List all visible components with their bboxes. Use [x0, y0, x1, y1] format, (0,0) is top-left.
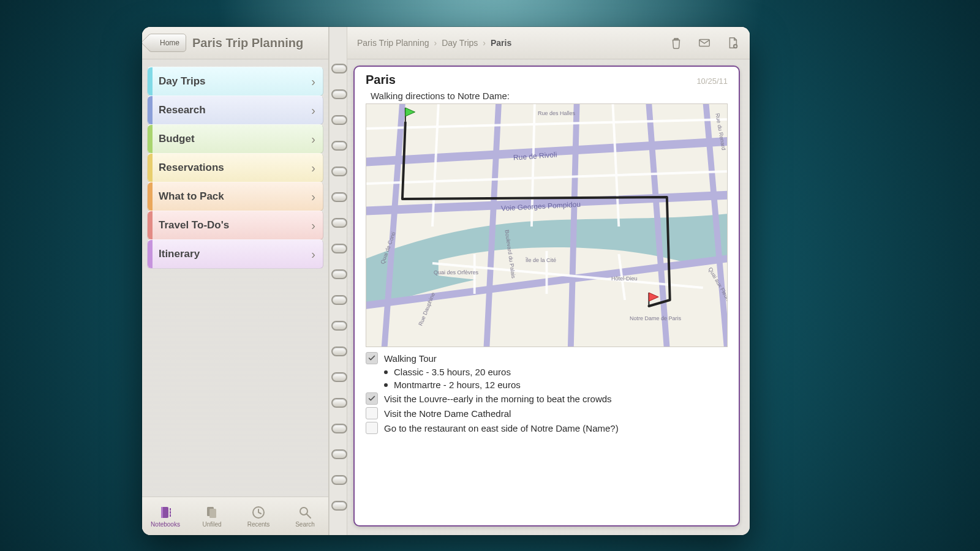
note-subheading: Walking directions to Notre Dame:	[371, 91, 728, 101]
todo-text: Visit the Louvre--early in the morning t…	[384, 394, 612, 404]
svg-rect-2	[170, 508, 171, 511]
section-item-what-to-pack[interactable]: What to Pack›	[147, 182, 323, 211]
note-title-row: Paris 10/25/11	[366, 73, 728, 87]
section-label: Budget	[159, 133, 195, 145]
binding-ring	[331, 269, 347, 279]
binding-ring	[331, 64, 347, 73]
tab-notebooks[interactable]: Notebooks	[147, 505, 184, 528]
trash-icon	[669, 36, 683, 50]
section-item-travel-to-do-s[interactable]: Travel To-Do's›	[147, 211, 323, 240]
sidebar-footer: Notebooks Unfiled Recents Search	[142, 497, 328, 535]
breadcrumb-root[interactable]: Paris Trip Planning	[357, 38, 429, 48]
chevron-right-icon: ›	[434, 38, 437, 48]
section-label: Travel To-Do's	[159, 219, 229, 231]
section-sidebar: Home Paris Trip Planning Day Trips›Resea…	[142, 27, 329, 535]
map-svg	[366, 104, 727, 347]
breadcrumb-page[interactable]: Paris	[491, 38, 511, 48]
checkbox[interactable]	[366, 422, 378, 434]
tab-label: Search	[295, 521, 315, 528]
note-panel: Paris Trip Planning › Day Trips › Paris …	[347, 27, 750, 535]
binding-ring	[331, 321, 347, 331]
tab-label: Notebooks	[151, 521, 180, 528]
binding-ring	[331, 501, 347, 511]
section-item-reservations[interactable]: Reservations›	[147, 153, 323, 182]
section-color-tab	[148, 125, 153, 153]
checkbox[interactable]	[366, 352, 378, 364]
map-label: Île de la Cité	[526, 257, 556, 263]
svg-rect-3	[170, 511, 171, 514]
binding-ring	[331, 347, 347, 356]
todo-item: Visit the Notre Dame Cathedral	[366, 407, 728, 419]
section-label: Research	[159, 104, 206, 116]
checkbox[interactable]	[366, 392, 378, 405]
search-icon	[298, 505, 312, 520]
map-label: Rue des Halles	[538, 110, 575, 116]
chevron-right-icon: ›	[311, 75, 315, 89]
unfiled-icon	[205, 505, 219, 520]
chevron-right-icon: ›	[311, 247, 315, 261]
bullet-dot	[384, 383, 388, 387]
section-label: What to Pack	[159, 190, 224, 203]
binding-ring	[331, 372, 347, 382]
checkbox[interactable]	[366, 407, 378, 419]
binding-ring	[331, 398, 347, 408]
recents-icon	[251, 505, 266, 520]
chevron-right-icon: ›	[483, 38, 486, 48]
notebook-title: Paris Trip Planning	[192, 36, 303, 50]
svg-line-9	[307, 514, 311, 518]
home-button[interactable]: Home	[148, 34, 186, 52]
binding-ring	[331, 244, 347, 253]
tab-label: Recents	[247, 521, 270, 528]
email-button[interactable]	[697, 36, 712, 50]
chevron-right-icon: ›	[311, 219, 315, 233]
binding-ring	[331, 89, 347, 99]
bullet-text: Montmartre - 2 hours, 12 euros	[394, 380, 521, 390]
binding-ring	[331, 167, 347, 176]
section-item-day-trips[interactable]: Day Trips›	[147, 67, 323, 96]
svg-rect-6	[209, 509, 216, 518]
delete-button[interactable]	[669, 36, 684, 50]
binding-ring	[331, 424, 347, 433]
section-color-tab	[148, 240, 153, 268]
section-color-tab	[148, 154, 153, 182]
breadcrumb-section[interactable]: Day Trips	[442, 38, 478, 48]
section-color-tab	[148, 211, 153, 239]
binding-ring	[331, 192, 347, 202]
section-item-research[interactable]: Research›	[147, 96, 323, 125]
chevron-right-icon: ›	[311, 190, 315, 204]
todo-text: Go to the restaurant on east side of Not…	[384, 423, 619, 433]
section-color-tab	[148, 67, 153, 96]
todo-text: Walking Tour	[384, 353, 437, 364]
note-header: Paris Trip Planning › Day Trips › Paris	[347, 27, 750, 59]
section-label: Itinerary	[159, 248, 200, 260]
section-list: Day Trips›Research›Budget›Reservations›W…	[142, 59, 328, 268]
new-page-icon	[726, 36, 739, 50]
map-label: Quai des Orfèvres	[434, 269, 478, 276]
binding-ring	[331, 295, 347, 305]
notebooks-icon	[158, 505, 173, 520]
tab-search[interactable]: Search	[287, 505, 323, 528]
section-item-budget[interactable]: Budget›	[147, 124, 323, 154]
map-label: Notre Dame de Paris	[630, 315, 681, 321]
section-label: Reservations	[159, 162, 224, 174]
new-page-button[interactable]	[725, 36, 740, 50]
chevron-right-icon: ›	[311, 161, 315, 175]
mail-icon	[698, 36, 711, 50]
bullet-text: Classic - 3.5 hours, 20 euros	[394, 367, 511, 377]
note-page[interactable]: Paris 10/25/11 Walking directions to Not…	[353, 66, 740, 527]
sidebar-header: Home Paris Trip Planning	[142, 27, 328, 59]
tab-unfiled[interactable]: Unfiled	[194, 505, 230, 528]
binding-ring	[331, 115, 347, 125]
binding-ring	[331, 141, 347, 151]
home-button-label: Home	[160, 39, 179, 47]
bullet-item: Montmartre - 2 hours, 12 euros	[366, 380, 728, 390]
section-color-tab	[148, 182, 153, 211]
section-color-tab	[148, 96, 153, 124]
section-item-itinerary[interactable]: Itinerary›	[147, 239, 323, 269]
note-date: 10/25/11	[696, 77, 728, 86]
todo-item: Go to the restaurant on east side of Not…	[366, 422, 728, 434]
map-embed[interactable]: Rue de Rivoli Voie Georges Pompidou Quai…	[366, 103, 728, 347]
tab-recents[interactable]: Recents	[240, 505, 277, 528]
note-wrap: Paris 10/25/11 Walking directions to Not…	[347, 59, 750, 535]
chevron-right-icon: ›	[311, 103, 315, 118]
